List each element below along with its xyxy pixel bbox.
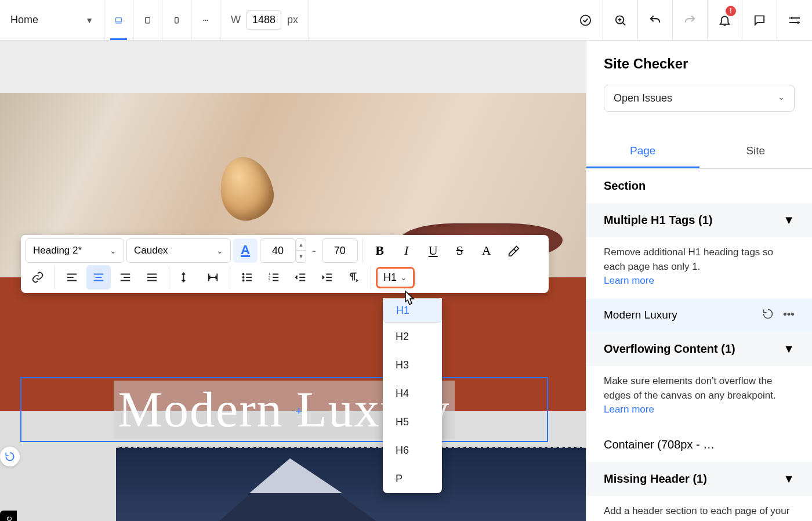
chevron-down-icon: ⌄ — [110, 246, 117, 255]
issue-h1-body: Remove additional H1 heading tags so eac… — [586, 237, 812, 299]
tag-option-h4[interactable]: H4 — [383, 379, 442, 408]
text-style-dropdown[interactable]: Heading 2* ⌄ — [26, 238, 124, 263]
canvas-area[interactable]: Modern Luxury + Create I'm a Heading 2* … — [0, 41, 586, 521]
site-checker-panel: Site Checker Open Issues ⌄ Page Site Sec… — [586, 41, 812, 521]
revert-icon[interactable] — [762, 308, 774, 323]
tab-page[interactable]: Page — [586, 135, 699, 168]
letter-spacing-button[interactable] — [201, 265, 225, 290]
issue-overflow-header[interactable]: Overflowing Content (1) ▼ — [586, 332, 812, 366]
issue-h1-title: Multiple H1 Tags (1) — [604, 214, 712, 227]
page-name: Home — [10, 14, 38, 26]
html-tag-dropdown[interactable]: H1 ⌄ — [376, 267, 415, 288]
svg-point-5 — [207, 19, 208, 20]
svg-point-9 — [242, 277, 244, 278]
text-color-button[interactable]: A — [233, 238, 258, 263]
strikethrough-button[interactable]: S — [448, 238, 472, 263]
learn-more-link[interactable]: Learn more — [604, 404, 654, 415]
svg-point-8 — [242, 273, 244, 274]
more-icon[interactable]: ••• — [783, 308, 795, 323]
clear-format-button[interactable] — [501, 238, 525, 263]
align-left-button[interactable] — [60, 265, 84, 290]
svg-text:3: 3 — [269, 278, 270, 282]
issue-header-header[interactable]: Missing Header (1) ▼ — [586, 462, 812, 496]
chevron-down-icon: ▼ — [85, 16, 93, 25]
tag-option-h6[interactable]: H6 — [383, 436, 442, 465]
issue-h1-header[interactable]: Multiple H1 Tags (1) ▼ — [586, 203, 812, 237]
zoom-button[interactable] — [603, 0, 638, 40]
chevron-down-icon: ⌄ — [778, 92, 785, 104]
mobile-device-button[interactable] — [162, 0, 191, 40]
svg-rect-0 — [116, 17, 122, 21]
tab-site[interactable]: Site — [699, 135, 813, 168]
svg-rect-1 — [146, 17, 150, 23]
desktop-device-button[interactable] — [104, 0, 133, 40]
font-size-stepper[interactable]: ▲▼ — [296, 238, 306, 263]
width-unit: px — [287, 14, 298, 26]
svg-point-3 — [203, 19, 204, 20]
line-spacing-button[interactable] — [174, 265, 198, 290]
svg-point-4 — [205, 19, 206, 20]
issue-header-body: Add a header section to each page of you… — [586, 496, 812, 521]
bold-button[interactable]: B — [368, 238, 392, 263]
reset-override-button[interactable] — [0, 447, 20, 466]
text-direction-button[interactable] — [342, 265, 366, 290]
text-style-label: Heading 2* — [33, 245, 82, 256]
svg-rect-2 — [175, 17, 178, 23]
align-justify-button[interactable] — [140, 265, 164, 290]
top-toolbar: Home ▼ W px ! — [0, 0, 812, 41]
settings-toggle-button[interactable] — [777, 0, 812, 40]
tag-option-p[interactable]: P — [383, 465, 442, 493]
svg-point-10 — [242, 280, 244, 281]
chevron-down-icon: ▼ — [783, 342, 795, 356]
filter-label: Open Issues — [614, 92, 672, 104]
learn-more-link[interactable]: Learn more — [604, 275, 654, 286]
align-center-button[interactable] — [86, 265, 111, 290]
tag-option-h2[interactable]: H2 — [383, 323, 442, 351]
panel-title: Site Checker — [604, 56, 795, 72]
link-button[interactable] — [26, 265, 50, 290]
bullet-list-button[interactable] — [235, 265, 259, 290]
comments-button[interactable] — [742, 0, 777, 40]
plus-handle-icon[interactable]: + — [295, 404, 303, 419]
notifications-button[interactable]: ! — [708, 0, 742, 40]
issue-overflow-body: Make sure elements don't overflow the ed… — [586, 366, 812, 428]
outdent-button[interactable] — [288, 265, 313, 290]
tag-option-h5[interactable]: H5 — [383, 408, 442, 436]
chevron-down-icon: ▼ — [783, 472, 795, 486]
tag-option-h3[interactable]: H3 — [383, 351, 442, 379]
page-dropdown[interactable]: Home ▼ — [0, 0, 104, 40]
redo-button[interactable] — [673, 0, 708, 40]
selected-heading-element[interactable]: Modern Luxury + — [20, 377, 548, 442]
panel-tabs: Page Site — [586, 135, 812, 169]
issue-header-title: Missing Header (1) — [604, 472, 707, 486]
tag-option-h1[interactable]: H1 — [383, 298, 442, 323]
issue-h1-item[interactable]: Modern Luxury ••• — [586, 299, 812, 332]
width-label: W — [231, 14, 241, 26]
indent-button[interactable] — [315, 265, 339, 290]
chevron-down-icon: ▼ — [783, 214, 795, 227]
italic-button[interactable]: I — [394, 238, 419, 263]
font-size-input[interactable] — [260, 238, 296, 263]
more-devices-button[interactable] — [191, 0, 220, 40]
font-dropdown[interactable]: Caudex ⌄ — [126, 238, 231, 263]
width-input[interactable] — [246, 10, 281, 30]
tablet-device-button[interactable] — [133, 0, 162, 40]
line-height-input[interactable] — [322, 238, 358, 263]
issue-overflow-title: Overflowing Content (1) — [604, 342, 735, 356]
section-image — [116, 447, 586, 521]
notification-badge: ! — [726, 6, 736, 16]
text-format-button[interactable]: A — [474, 238, 499, 263]
text-toolbar: Heading 2* ⌄ Caudex ⌄ A ▲▼ - B I U S A — [21, 235, 549, 293]
check-button[interactable] — [568, 0, 603, 40]
chevron-down-icon: ⌄ — [400, 273, 407, 282]
issue-overflow-item[interactable]: Container (708px - … — [586, 428, 812, 462]
align-right-button[interactable] — [113, 265, 137, 290]
underline-button[interactable]: U — [421, 238, 445, 263]
undo-button[interactable] — [638, 0, 673, 40]
create-tab[interactable]: Create — [0, 511, 17, 521]
svg-point-6 — [581, 15, 590, 25]
number-list-button[interactable]: 123 — [262, 265, 286, 290]
dash-separator: - — [309, 244, 320, 258]
font-label: Caudex — [134, 245, 168, 256]
issue-filter-dropdown[interactable]: Open Issues ⌄ — [604, 85, 795, 112]
